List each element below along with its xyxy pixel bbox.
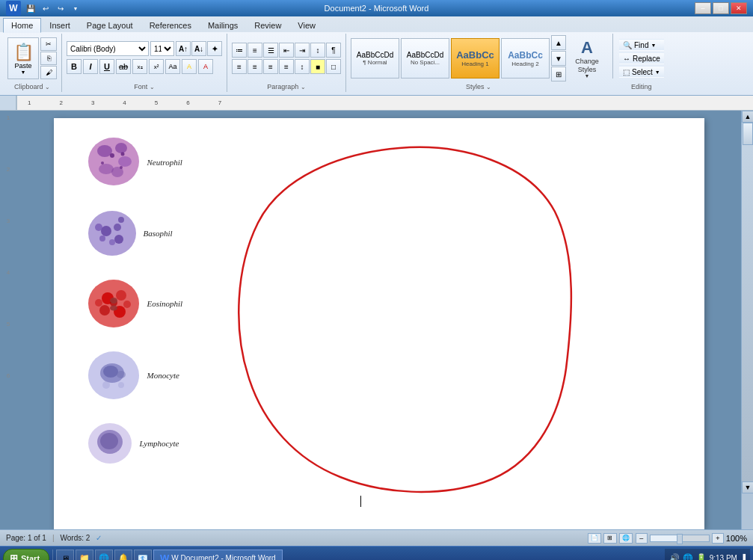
find-btn[interactable]: 🔍 Find ▼ [619, 39, 664, 51]
highlight-btn[interactable]: A [182, 59, 197, 74]
italic-btn[interactable]: I [83, 59, 98, 74]
scroll-up-btn[interactable]: ▲ [742, 111, 753, 123]
cell-monocyte: Monocyte [84, 346, 183, 404]
style-nospacing-btn[interactable]: AaBbCcDd No Spaci... [401, 38, 449, 79]
clock: 9:13 PM [710, 554, 737, 560]
tab-references[interactable]: References [141, 18, 200, 32]
numbering-btn[interactable]: ≡ [248, 43, 262, 58]
cell-neutrophil: Neutrophil [84, 133, 183, 191]
minimize-btn[interactable]: – [695, 2, 711, 14]
zoom-out-btn[interactable]: – [636, 533, 648, 544]
superscript-btn[interactable]: x² [149, 59, 164, 74]
cell-lymphocyte: Lymphocyte [84, 418, 183, 469]
font-content: Calibri (Body) 11 A↑ A↓ ✦ B I [67, 35, 222, 81]
undo-quick-btn[interactable]: ↩ [39, 1, 52, 15]
windows-logo: ⊞ [10, 553, 18, 560]
format-painter-button[interactable]: 🖌 [40, 66, 57, 79]
word-task-label: W Document2 - Microsoft Word [171, 554, 275, 560]
svg-point-4 [99, 164, 114, 174]
doc-scroll-area[interactable]: Neutrophil [16, 111, 741, 529]
close-btn[interactable]: ✕ [731, 2, 747, 14]
align-center-btn[interactable]: ≡ [248, 59, 262, 74]
align-right-btn[interactable]: ≡ [263, 59, 278, 74]
title-bar: W 💾 ↩ ↪ ▼ Document2 - Microsoft Word – □… [0, 0, 753, 16]
shading-btn[interactable]: ■ [310, 59, 325, 74]
find-label: Find [634, 41, 648, 49]
font-size-select[interactable]: 11 [150, 41, 174, 56]
tab-mailings[interactable]: Mailings [200, 18, 246, 32]
taskbar-icon-5[interactable]: 📧 [134, 550, 152, 561]
bullets-btn[interactable]: ≔ [232, 43, 247, 58]
copy-button[interactable]: ⎘ [40, 52, 57, 65]
zoom-thumb[interactable] [677, 534, 683, 544]
show-hide-btn[interactable]: ¶ [326, 43, 341, 58]
tab-review[interactable]: Review [246, 18, 289, 32]
svg-point-11 [101, 226, 111, 236]
taskbar-icon-3[interactable]: 🌐 [95, 550, 113, 561]
multilevel-btn[interactable]: ☰ [263, 43, 278, 58]
svg-point-2 [115, 143, 127, 153]
svg-point-25 [123, 301, 131, 308]
sort-btn[interactable]: ↕ [310, 43, 325, 58]
font-name-select[interactable]: Calibri (Body) [67, 41, 149, 56]
redo-quick-btn[interactable]: ↪ [54, 1, 67, 15]
style-normal-btn[interactable]: AaBbCcDd ¶ Normal [351, 38, 399, 79]
taskbar-icon-4[interactable]: 🔔 [114, 550, 132, 561]
change-case-btn[interactable]: Aa [165, 59, 180, 74]
grow-font-btn[interactable]: A↑ [176, 41, 191, 56]
style-heading1-btn[interactable]: AaBbCc Heading 1 [451, 38, 500, 79]
print-view-btn[interactable]: 📄 [588, 533, 601, 544]
zoom-in-btn[interactable]: + [712, 533, 724, 544]
cut-button[interactable]: ✂ [40, 37, 57, 51]
svg-point-10 [88, 211, 136, 256]
save-quick-btn[interactable]: 💾 [24, 1, 37, 15]
find-icon: 🔍 [623, 41, 632, 49]
styles-scroll-down[interactable]: ▼ [551, 51, 566, 66]
change-styles-btn[interactable]: A ChangeStyles ▼ [568, 38, 606, 79]
tab-page-layout[interactable]: Page Layout [79, 18, 141, 32]
styles-expand[interactable]: ⊞ [551, 67, 566, 81]
start-button[interactable]: ⊞ Start [3, 549, 49, 561]
select-btn[interactable]: ⬚ Select ▼ [619, 66, 664, 78]
scroll-thumb[interactable] [743, 123, 753, 145]
replace-btn[interactable]: ↔ Replace [619, 52, 664, 64]
tab-home[interactable]: Home [3, 18, 41, 33]
styles-content: AaBbCcDd ¶ Normal AaBbCcDd No Spaci... A… [351, 35, 606, 81]
tab-insert[interactable]: Insert [41, 18, 79, 32]
font-color-btn[interactable]: A [198, 59, 213, 74]
show-desktop-btn[interactable]: ▐ [740, 554, 746, 560]
word-logo: W [6, 1, 21, 16]
increase-indent-btn[interactable]: ⇥ [295, 43, 310, 58]
clear-format-btn[interactable]: ✦ [207, 41, 222, 56]
decrease-indent-btn[interactable]: ⇤ [279, 43, 294, 58]
web-layout-btn[interactable]: 🌐 [619, 533, 633, 544]
align-left-btn[interactable]: ≡ [232, 59, 247, 74]
styles-scroll-up[interactable]: ▲ [551, 35, 566, 50]
paste-button[interactable]: 📋 Paste ▼ [7, 37, 39, 79]
borders-btn[interactable]: □ [326, 59, 341, 74]
full-screen-btn[interactable]: ⊞ [603, 533, 617, 544]
subscript-btn[interactable]: x₂ [132, 59, 147, 74]
doc-scrollbar[interactable]: ▲ ▼ [741, 111, 753, 529]
strikethrough-btn[interactable]: ab [116, 59, 131, 74]
taskbar-icon-1[interactable]: 🖥 [56, 550, 74, 561]
justify-btn[interactable]: ≡ [279, 59, 294, 74]
maximize-btn[interactable]: □ [713, 2, 729, 14]
taskbar-icon-2[interactable]: 📁 [76, 550, 93, 561]
taskbar: ⊞ Start 🖥 📁 🌐 🔔 📧 W W Document2 - Micros… [0, 546, 753, 560]
zoom-slider[interactable] [650, 535, 710, 542]
qa-dropdown[interactable]: ▼ [69, 1, 82, 15]
underline-btn[interactable]: U [99, 59, 114, 74]
font-label: Font ⌄ [134, 81, 155, 90]
tab-view[interactable]: View [289, 18, 324, 32]
ruler-corner [0, 96, 16, 110]
scroll-down-btn[interactable]: ▼ [742, 481, 753, 493]
document-page: Neutrophil [54, 118, 704, 529]
word-taskbar-btn[interactable]: W W Document2 - Microsoft Word [153, 550, 283, 561]
bold-btn[interactable]: B [67, 59, 82, 74]
style-heading2-btn[interactable]: AaBbCc Heading 2 [501, 38, 550, 79]
lymphocyte-svg [84, 418, 136, 469]
svg-point-36 [100, 433, 118, 449]
shrink-font-btn[interactable]: A↓ [191, 41, 206, 56]
line-spacing-btn[interactable]: ↕ [295, 59, 310, 74]
